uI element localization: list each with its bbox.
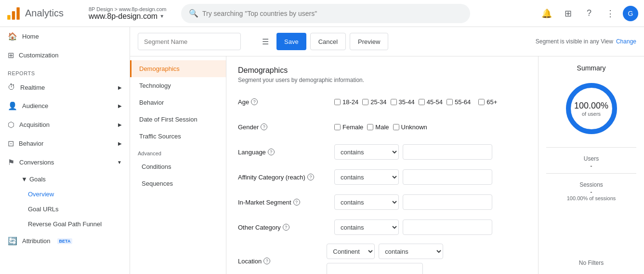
affinity-controls: contains does not contain exactly matche… bbox=[334, 169, 492, 185]
customization-icon: ⊞ bbox=[8, 51, 14, 60]
in-market-row: In-Market Segment ? contains does not co… bbox=[238, 193, 526, 211]
expand-icon: ▼ bbox=[117, 160, 122, 165]
sidebar-item-realtime[interactable]: ⏱ Realtime ▶ bbox=[0, 78, 130, 96]
no-filters: No Filters bbox=[579, 256, 604, 266]
preview-button[interactable]: Preview bbox=[350, 33, 388, 50]
sessions-label: Sessions bbox=[546, 181, 636, 188]
sidebar-item-audience[interactable]: 👤 Audience ▶ bbox=[0, 96, 130, 115]
gender-female[interactable]: Female bbox=[334, 123, 363, 131]
age-45-54[interactable]: 45-54 bbox=[419, 98, 443, 106]
more-options-button[interactable]: ⋮ bbox=[602, 5, 619, 22]
location-text-input[interactable] bbox=[327, 263, 423, 274]
donut-chart: 100.00% of users bbox=[563, 80, 620, 137]
attribution-icon: 🔄 bbox=[8, 236, 17, 246]
save-button[interactable]: Save bbox=[276, 33, 306, 50]
sidebar-item-attribution[interactable]: 🔄 Attribution BETA bbox=[0, 232, 130, 250]
gender-help-icon[interactable]: ? bbox=[261, 123, 267, 130]
seg-nav-behavior[interactable]: Behavior bbox=[130, 94, 226, 111]
language-controls: contains does not contain exactly matche… bbox=[334, 144, 492, 160]
seg-nav-date-first-session[interactable]: Date of First Session bbox=[130, 111, 226, 128]
affinity-dropdown[interactable]: contains does not contain exactly matche… bbox=[334, 169, 399, 185]
search-bar[interactable]: 🔍 bbox=[181, 4, 470, 23]
other-category-help-icon[interactable]: ? bbox=[283, 224, 289, 231]
in-market-label: In-Market Segment ? bbox=[238, 199, 334, 206]
analytics-logo bbox=[6, 6, 21, 21]
gender-label: Gender ? bbox=[238, 123, 334, 131]
header-icons: 🔔 ⊞ ? ⋮ G bbox=[538, 5, 638, 22]
location-contains-dropdown[interactable]: contains does not contain exactly matche… bbox=[379, 244, 443, 259]
age-25-34[interactable]: 25-34 bbox=[362, 98, 386, 106]
seg-nav-traffic-sources[interactable]: Traffic Sources bbox=[130, 128, 226, 145]
seg-nav-sequences[interactable]: Sequences bbox=[130, 175, 226, 192]
demo-title: Demographics bbox=[238, 66, 526, 75]
audience-icon: 👤 bbox=[8, 101, 17, 110]
age-65-plus[interactable]: 65+ bbox=[478, 98, 497, 106]
sidebar-item-acquisition[interactable]: ⬡ Acquisition ▶ bbox=[0, 115, 130, 134]
sidebar-item-reverse-goal-path[interactable]: Reverse Goal Path Funnel bbox=[0, 217, 130, 232]
seg-nav-conditions[interactable]: Conditions bbox=[130, 158, 226, 175]
advanced-section-label: Advanced bbox=[130, 145, 226, 158]
search-input[interactable] bbox=[202, 10, 462, 17]
language-dropdown[interactable]: contains does not contain exactly matche… bbox=[334, 144, 399, 160]
in-market-text-input[interactable] bbox=[403, 194, 492, 210]
behavior-icon: ⊡ bbox=[8, 139, 14, 148]
sidebar-item-goal-urls[interactable]: Goal URLs bbox=[0, 202, 130, 217]
language-help-icon[interactable]: ? bbox=[268, 149, 275, 155]
help-button[interactable]: ? bbox=[580, 5, 598, 22]
segment-name-input[interactable] bbox=[138, 33, 241, 50]
sidebar-item-behavior[interactable]: ⊡ Behavior ▶ bbox=[0, 134, 130, 153]
seg-nav-demographics[interactable]: Demographics bbox=[130, 60, 226, 77]
segment-name-wrapper: ☰ bbox=[138, 33, 273, 50]
age-help-icon[interactable]: ? bbox=[251, 98, 258, 105]
gender-unknown[interactable]: Unknown bbox=[393, 123, 427, 131]
age-controls: 18-24 25-34 35-44 45-54 55-64 65+ bbox=[334, 98, 497, 106]
sidebar-item-home[interactable]: 🏠 Home bbox=[0, 27, 130, 46]
conversions-icon: ⚑ bbox=[8, 158, 14, 167]
search-icon: 🔍 bbox=[189, 9, 198, 18]
sessions-stat: Sessions - 100.00% of sessions bbox=[546, 181, 636, 201]
sidebar-item-overview[interactable]: Overview bbox=[0, 187, 130, 202]
age-35-44[interactable]: 35-44 bbox=[391, 98, 415, 106]
affinity-help-icon[interactable]: ? bbox=[307, 174, 314, 180]
users-value: - bbox=[546, 162, 636, 169]
sidebar-label-behavior: Behavior bbox=[19, 140, 43, 147]
affinity-text-input[interactable] bbox=[403, 169, 492, 185]
in-market-help-icon[interactable]: ? bbox=[293, 199, 300, 206]
sidebar: 🏠 Home ⊞ Customization REPORTS ⏱ Realtim… bbox=[0, 27, 130, 274]
notifications-button[interactable]: 🔔 bbox=[538, 5, 555, 22]
apps-button[interactable]: ⊞ bbox=[559, 5, 577, 22]
sidebar-label-acquisition: Acquisition bbox=[19, 121, 50, 128]
breadcrumb: 8P Design > www.8p-design.com bbox=[89, 6, 175, 12]
seg-nav-technology[interactable]: Technology bbox=[130, 77, 226, 94]
donut-center: 100.00% of users bbox=[574, 101, 608, 117]
sidebar-label-home: Home bbox=[22, 33, 39, 40]
property-selector[interactable]: www.8p-design.com ▼ bbox=[89, 12, 175, 21]
in-market-dropdown[interactable]: contains does not contain exactly matche… bbox=[334, 194, 399, 210]
svg-rect-0 bbox=[7, 15, 10, 20]
age-18-24[interactable]: 18-24 bbox=[334, 98, 358, 106]
age-55-64[interactable]: 55-64 bbox=[447, 98, 471, 106]
sidebar-label-goal-urls: Goal URLs bbox=[28, 206, 59, 213]
sidebar-item-goals[interactable]: ▼Goals bbox=[0, 172, 130, 187]
expand-icon: ▶ bbox=[118, 103, 122, 109]
donut-label: of users bbox=[574, 111, 608, 117]
gender-male[interactable]: Male bbox=[367, 123, 389, 131]
donut-percent: 100.00% bbox=[574, 101, 608, 111]
acquisition-icon: ⬡ bbox=[8, 120, 14, 129]
svg-rect-2 bbox=[16, 7, 19, 20]
property-area: 8P Design > www.8p-design.com www.8p-des… bbox=[89, 6, 175, 21]
sessions-value: - bbox=[546, 188, 636, 195]
change-link[interactable]: Change bbox=[616, 38, 636, 45]
sidebar-item-customization[interactable]: ⊞ Customization bbox=[0, 46, 130, 65]
property-name-text: www.8p-design.com bbox=[89, 12, 158, 21]
location-type-dropdown[interactable]: Continent Country Region City bbox=[327, 244, 375, 259]
other-category-dropdown[interactable]: contains does not contain exactly matche… bbox=[334, 219, 399, 235]
language-text-input[interactable] bbox=[403, 144, 492, 160]
save-segment-icon: ☰ bbox=[262, 37, 269, 46]
location-help-icon[interactable]: ? bbox=[263, 258, 270, 264]
cancel-button[interactable]: Cancel bbox=[310, 33, 346, 50]
expand-icon: ▶ bbox=[118, 122, 122, 127]
other-category-text-input[interactable] bbox=[403, 219, 492, 235]
sidebar-item-conversions[interactable]: ⚑ Conversions ▼ bbox=[0, 153, 130, 172]
avatar[interactable]: G bbox=[623, 6, 638, 21]
